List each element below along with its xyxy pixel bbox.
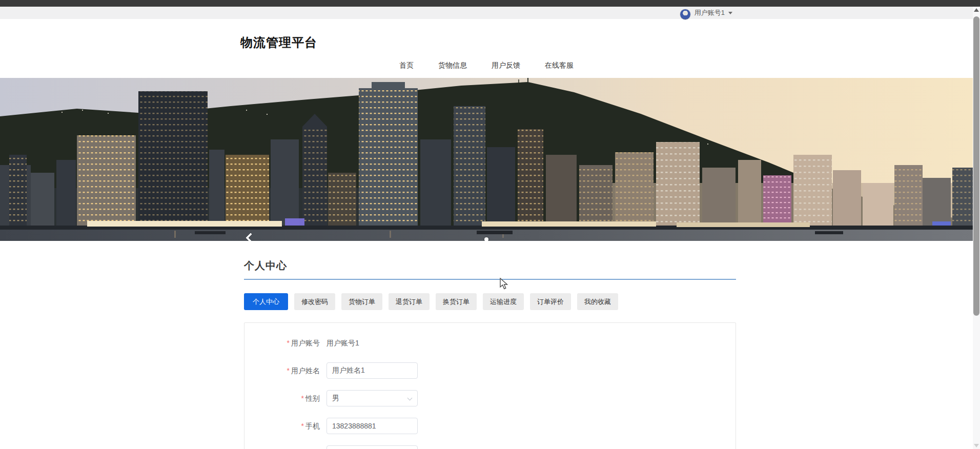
address-field[interactable] [326,445,418,449]
form-row-account: *用户账号 用户账号1 [244,335,736,351]
scrollbar-thumb[interactable] [973,16,979,316]
tab-order-reviews[interactable]: 订单评价 [530,293,571,310]
site-header: 物流管理平台 首页 货物信息 用户反馈 在线客服 [0,19,973,78]
tab-transport-progress[interactable]: 运输进度 [483,293,524,310]
account-bar: 用户账号1 [0,7,973,19]
gender-label: *性别 [244,390,326,406]
address-label: *地址 [244,445,326,449]
nav-item-feedback[interactable]: 用户反馈 [492,59,520,71]
nav-item-home[interactable]: 首页 [399,59,414,71]
site-title: 物流管理平台 [240,19,732,51]
username-label: *用户姓名 [244,362,326,379]
vertical-scrollbar[interactable] [973,7,980,449]
user-menu[interactable]: 用户账号1 [240,7,732,19]
nav-item-online-service[interactable]: 在线客服 [545,59,574,71]
required-marker: * [287,339,290,347]
tab-exchange-orders[interactable]: 换货订单 [436,293,477,310]
hero-carousel [0,78,973,241]
page-title: 个人中心 [244,259,736,280]
phone-field[interactable] [326,418,418,434]
username-field[interactable] [326,362,418,379]
account-label: *用户账号 [244,335,326,351]
caret-down-icon [728,12,732,14]
carousel-dots [0,234,973,241]
required-marker: * [287,366,290,375]
scroll-down-icon[interactable] [974,444,979,447]
hero-skyline-image [0,78,973,241]
profile-tabs: 个人中心 修改密码 货物订单 退货订单 换货订单 运输进度 订单评价 我的收藏 [244,293,736,310]
top-dark-bar [0,0,980,7]
gender-selected-value: 男 [332,394,339,403]
user-avatar-icon [680,9,691,20]
required-marker: * [301,422,304,430]
carousel-dot[interactable] [484,237,488,241]
tab-change-password[interactable]: 修改密码 [294,293,335,310]
tab-personal-center[interactable]: 个人中心 [244,293,288,310]
account-value: 用户账号1 [326,335,359,351]
tab-cargo-orders[interactable]: 货物订单 [341,293,382,310]
form-row-phone: *手机 [244,418,736,434]
chevron-down-icon [407,396,413,401]
nav-item-cargo-info[interactable]: 货物信息 [438,59,467,71]
tab-return-orders[interactable]: 退货订单 [389,293,430,310]
phone-label: *手机 [244,418,326,434]
profile-form-panel: *用户账号 用户账号1 *用户姓名 *性别 男 [244,322,736,449]
gender-select[interactable]: 男 [326,390,418,406]
scroll-up-icon[interactable] [974,8,979,12]
form-row-username: *用户姓名 [244,362,736,379]
form-row-gender: *性别 男 [244,390,736,406]
form-row-address: *地址 [244,445,736,449]
required-marker: * [301,394,304,402]
main-nav: 首页 货物信息 用户反馈 在线客服 [240,59,732,71]
user-name: 用户账号1 [695,8,725,17]
tab-my-favorites[interactable]: 我的收藏 [577,293,618,310]
